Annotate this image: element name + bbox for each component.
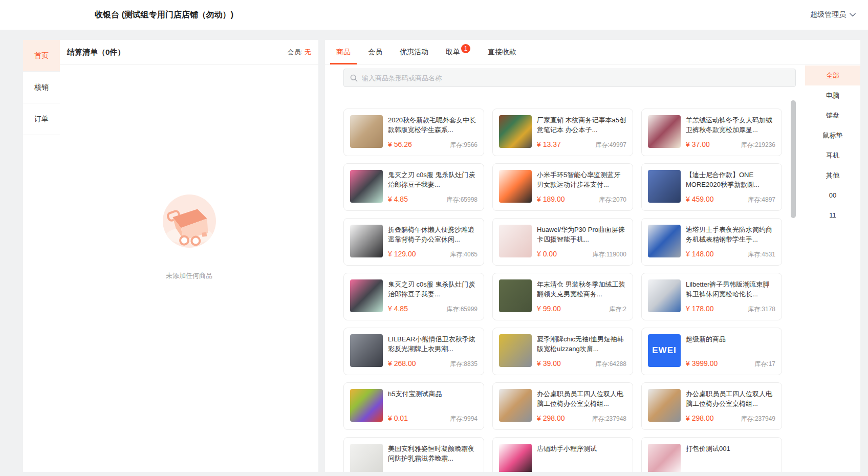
product-card[interactable]: 2020秋冬新款毛呢外套女中长款韩版宽松学生森系...¥ 56.26库存:956…	[343, 109, 484, 156]
category-item[interactable]: 键盘	[805, 105, 860, 125]
product-title: 超级新的商品	[686, 334, 775, 344]
product-meta: ¥ 99.00库存:2	[537, 305, 626, 314]
product-stock: 库存:237948	[592, 415, 626, 423]
product-image	[648, 444, 681, 472]
empty-cart-illustration	[163, 194, 216, 248]
product-card[interactable]: 厂家直销 木纹商务记事本a5创意笔记本 办公本子...¥ 13.37库存:499…	[492, 109, 633, 156]
nav-item[interactable]: 核销	[23, 72, 60, 103]
product-stock: 库存:49997	[595, 141, 626, 149]
product-price: ¥ 37.00	[686, 140, 710, 148]
product-price: ¥ 148.00	[686, 250, 714, 258]
product-info: 羊羔绒运动裤冬季女大码加绒卫裤秋冬款宽松加厚显...¥ 37.00库存:2192…	[686, 115, 775, 149]
tab[interactable]: 取单1	[445, 40, 471, 64]
search-bar[interactable]	[343, 69, 796, 87]
product-info: LILBEAR小熊情侣卫衣秋季炫彩反光潮牌上衣男潮...¥ 268.00库存:8…	[388, 334, 478, 369]
category-item[interactable]: 11	[805, 205, 860, 225]
product-stock: 库存:219236	[741, 141, 775, 149]
product-info: 办公桌职员员工四人位双人电脑工位椅办公室桌椅组...¥ 298.00库存:237…	[686, 389, 775, 423]
product-meta: ¥ 0.00库存:119000	[537, 250, 626, 259]
product-price: ¥ 189.00	[537, 195, 565, 203]
product-info: Lilbetter裤子男韩版潮流束脚裤卫裤休闲宽松哈伦长...¥ 178.00库…	[686, 279, 775, 314]
product-stock: 库存:64288	[595, 360, 626, 369]
tab-label: 商品	[336, 48, 351, 57]
product-grid: 2020秋冬新款毛呢外套女中长款韩版宽松学生森系...¥ 56.26库存:956…	[343, 109, 782, 472]
category-item[interactable]: 全部	[805, 66, 860, 85]
category-rail: 全部电脑键盘鼠标垫耳机其他0011	[805, 66, 860, 472]
product-card[interactable]: 鬼灭之刃 c0s服 鬼杀队灶门炭治郎祢豆子我妻...¥ 4.85库存:65999	[343, 273, 484, 320]
scrollbar-thumb[interactable]	[791, 100, 796, 218]
user-menu[interactable]: 超级管理员	[810, 0, 856, 30]
catalog-panel: 商品会员优惠活动取单1直接收款 2020秋冬新款毛呢外套女中长款韩版宽松学生森系…	[325, 40, 860, 472]
category-item[interactable]: 耳机	[805, 145, 860, 165]
product-image	[648, 115, 681, 148]
tab[interactable]: 优惠活动	[399, 40, 429, 64]
product-card[interactable]: 打包价测试001	[641, 437, 782, 472]
product-price: ¥ 13.37	[537, 140, 561, 148]
product-card[interactable]: 鬼灭之刃 c0s服 鬼杀队灶门炭治郎祢豆子我妻...¥ 4.85库存:65998	[343, 163, 484, 211]
product-meta: ¥ 298.00库存:237949	[686, 414, 775, 423]
product-image	[499, 225, 532, 257]
product-title: 夏季潮牌chic无袖t恤男短袖韩版宽松ulzzang坎肩...	[537, 334, 626, 354]
product-card[interactable]: 小米手环5智能心率监测蓝牙男女款运动计步器支付...¥ 189.00库存:207…	[492, 163, 633, 211]
search-input[interactable]	[362, 74, 789, 82]
product-card[interactable]: Huawei/华为P30 Pro曲面屏徕卡四摄智能手机...¥ 0.00库存:1…	[492, 218, 633, 266]
user-menu-label: 超级管理员	[810, 10, 846, 19]
product-info: 超级新的商品¥ 3999.00库存:17	[686, 334, 775, 369]
product-info: h5支付宝测试商品¥ 0.01库存:9994	[388, 389, 478, 423]
product-meta: ¥ 13.37库存:49997	[537, 140, 626, 149]
category-item[interactable]: 其他	[805, 165, 860, 185]
product-stock: 库存:65998	[446, 196, 478, 204]
product-card[interactable]: 【迪士尼合作款】ONE MORE2020秋季新款圆...¥ 459.00库存:4…	[641, 163, 782, 211]
product-card[interactable]: 年末清仓 男装秋冬季加绒工装翻领夹克男宽松商务...¥ 99.00库存:2	[492, 273, 633, 320]
product-image	[350, 115, 383, 148]
category-item[interactable]: 电脑	[805, 85, 860, 105]
product-price: ¥ 3999.00	[686, 359, 718, 367]
product-stock: 库存:65999	[446, 305, 478, 314]
product-info: 打包价测试001	[686, 444, 775, 472]
category-item[interactable]: 00	[805, 185, 860, 205]
product-meta: ¥ 459.00库存:4897	[686, 195, 775, 204]
product-stock: 库存:2070	[599, 196, 626, 204]
product-info: 小米手环5智能心率监测蓝牙男女款运动计步器支付...¥ 189.00库存:207…	[537, 170, 626, 204]
product-card[interactable]: 迪塔男士手表夜光防水简约商务机械表精钢带学生手...¥ 148.00库存:453…	[641, 218, 782, 266]
product-title: 鬼灭之刃 c0s服 鬼杀队灶门炭治郎祢豆子我妻...	[388, 170, 478, 189]
product-stock: 库存:9994	[450, 415, 478, 423]
product-card[interactable]: 美国安利雅姿恒时凝颜晚霜夜间防护乳霜滋养晚霜...	[343, 437, 484, 472]
tab[interactable]: 商品	[335, 40, 352, 64]
product-card[interactable]: LILBEAR小熊情侣卫衣秋季炫彩反光潮牌上衣男潮...¥ 268.00库存:8…	[343, 328, 484, 375]
product-image	[648, 279, 681, 312]
product-price: ¥ 298.00	[537, 414, 565, 422]
tab-label: 取单	[446, 48, 460, 57]
product-image	[350, 225, 383, 257]
member-status[interactable]: 会员:无	[287, 48, 311, 57]
category-item[interactable]: 鼠标垫	[805, 125, 860, 145]
product-info: 迪塔男士手表夜光防水简约商务机械表精钢带学生手...¥ 148.00库存:453…	[686, 225, 775, 259]
product-image	[499, 334, 532, 367]
product-image	[350, 170, 383, 203]
product-card[interactable]: Lilbetter裤子男韩版潮流束脚裤卫裤休闲宽松哈伦长...¥ 178.00库…	[641, 273, 782, 320]
product-price: ¥ 0.00	[537, 250, 557, 258]
nav-item[interactable]: 首页	[23, 40, 60, 72]
product-card[interactable]: 折叠躺椅午休懒人便携沙滩逍遥靠背椅子办公室休闲...¥ 129.00库存:406…	[343, 218, 484, 266]
member-label: 会员:	[287, 48, 302, 56]
product-info: 鬼灭之刃 c0s服 鬼杀队灶门炭治郎祢豆子我妻...¥ 4.85库存:65999	[388, 279, 478, 314]
tab[interactable]: 直接收款	[487, 40, 517, 64]
product-card[interactable]: 夏季潮牌chic无袖t恤男短袖韩版宽松ulzzang坎肩...¥ 39.00库存…	[492, 328, 633, 375]
tab[interactable]: 会员	[367, 40, 383, 64]
product-stock: 库存:4065	[450, 250, 478, 259]
product-card[interactable]: 办公桌职员员工四人位双人电脑工位椅办公室桌椅组...¥ 298.00库存:237…	[492, 382, 633, 430]
tab-label: 直接收款	[488, 48, 516, 57]
product-card[interactable]: h5支付宝测试商品¥ 0.01库存:9994	[343, 382, 484, 430]
product-price: ¥ 459.00	[686, 195, 714, 203]
product-title: 美国安利雅姿恒时凝颜晚霜夜间防护乳霜滋养晚霜...	[388, 444, 478, 463]
search-icon	[350, 74, 358, 82]
product-card[interactable]: 店铺助手小程序测试	[492, 437, 633, 472]
empty-cart-text: 未添加任何商品	[60, 271, 318, 280]
product-meta: ¥ 56.26库存:9566	[388, 140, 478, 149]
nav-item[interactable]: 订单	[23, 103, 60, 135]
product-card[interactable]: 办公桌职员员工四人位双人电脑工位椅办公室桌椅组...¥ 298.00库存:237…	[641, 382, 782, 430]
product-card[interactable]: 羊羔绒运动裤冬季女大码加绒卫裤秋冬款宽松加厚显...¥ 37.00库存:2192…	[641, 109, 782, 156]
product-card[interactable]: EWEI超级新的商品¥ 3999.00库存:17	[641, 328, 782, 375]
product-stock: 库存:9566	[450, 141, 478, 149]
chevron-down-icon	[850, 13, 856, 17]
